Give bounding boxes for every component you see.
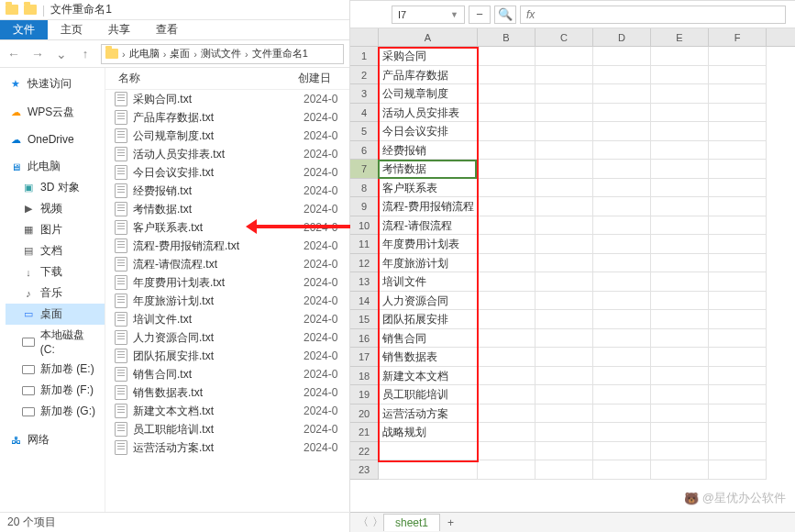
cell[interactable]: [593, 385, 651, 405]
cell[interactable]: [536, 423, 593, 442]
sidebar-desktop[interactable]: ▭桌面: [6, 304, 105, 325]
cell[interactable]: [709, 423, 767, 442]
cell[interactable]: 运营活动方案: [379, 405, 478, 424]
cell[interactable]: [593, 310, 651, 329]
row-header[interactable]: 2: [350, 66, 379, 85]
column-name[interactable]: 名称: [105, 71, 298, 86]
row-header[interactable]: 8: [350, 179, 379, 198]
tab-nav-next[interactable]: 〉: [369, 515, 383, 530]
row-header[interactable]: 5: [350, 122, 379, 141]
zoom-out-button[interactable]: −: [469, 6, 491, 24]
cell[interactable]: [478, 141, 536, 161]
add-sheet-button[interactable]: +: [440, 516, 455, 529]
cell[interactable]: [651, 423, 709, 442]
cell[interactable]: [593, 423, 651, 442]
cell[interactable]: 年度费用计划表: [379, 235, 478, 254]
cell[interactable]: [478, 405, 536, 424]
cell[interactable]: [536, 367, 593, 386]
sidebar-music[interactable]: ♪音乐: [6, 283, 105, 304]
tab-share[interactable]: 共享: [95, 20, 143, 39]
sidebar-downloads[interactable]: ↓下载: [6, 261, 105, 283]
file-row[interactable]: 年度费用计划表.txt2024-0: [105, 273, 349, 292]
cell[interactable]: 考情数据: [379, 160, 478, 179]
cell[interactable]: [478, 272, 536, 292]
cell[interactable]: [709, 292, 767, 311]
cell[interactable]: [709, 329, 767, 349]
row-header[interactable]: 15: [350, 310, 379, 329]
zoom-button[interactable]: 🔍: [494, 6, 516, 24]
cell[interactable]: [651, 84, 709, 104]
cell[interactable]: 销售合同: [379, 329, 478, 349]
cell[interactable]: [709, 160, 767, 179]
forward-button[interactable]: →: [29, 47, 46, 61]
file-row[interactable]: 销售合同.txt2024-0: [105, 365, 349, 383]
cell[interactable]: [478, 66, 536, 85]
cell[interactable]: [593, 160, 651, 179]
cell[interactable]: [536, 197, 593, 216]
cell[interactable]: [379, 442, 478, 461]
row-header[interactable]: 21: [350, 423, 379, 442]
row-header[interactable]: 10: [350, 216, 379, 236]
cell[interactable]: [478, 423, 536, 442]
cell[interactable]: [593, 66, 651, 85]
up-button[interactable]: ↑: [77, 47, 94, 61]
cell[interactable]: 经费报销: [379, 141, 478, 161]
cell[interactable]: [593, 197, 651, 216]
col-header[interactable]: A: [379, 28, 478, 46]
cell[interactable]: [709, 405, 767, 424]
cell[interactable]: [593, 254, 651, 273]
cell[interactable]: [651, 141, 709, 161]
sidebar-this-pc[interactable]: 🖥此电脑: [6, 156, 105, 177]
cell[interactable]: [593, 348, 651, 367]
cell[interactable]: [536, 216, 593, 236]
sidebar-3d[interactable]: ▣3D 对象: [6, 177, 105, 198]
row-header[interactable]: 20: [350, 405, 379, 424]
cell[interactable]: [478, 104, 536, 123]
cell[interactable]: [536, 179, 593, 198]
col-header[interactable]: C: [536, 28, 593, 46]
cell[interactable]: [536, 405, 593, 424]
column-date[interactable]: 创建日: [298, 71, 349, 86]
cell[interactable]: 新建文本文档: [379, 367, 478, 386]
sidebar-disk-c[interactable]: 本地磁盘 (C:: [6, 325, 105, 359]
cell[interactable]: [478, 84, 536, 104]
cell[interactable]: [593, 367, 651, 386]
file-row[interactable]: 销售数据表.txt2024-0: [105, 383, 349, 402]
cell[interactable]: [651, 104, 709, 123]
select-all-corner[interactable]: [350, 28, 379, 46]
cell[interactable]: [593, 460, 651, 480]
cell[interactable]: [593, 47, 651, 66]
cell[interactable]: [709, 460, 767, 480]
cell[interactable]: [478, 254, 536, 273]
cell[interactable]: 销售数据表: [379, 348, 478, 367]
cell[interactable]: [709, 216, 767, 236]
cell[interactable]: 流程-费用报销流程: [379, 197, 478, 216]
file-row[interactable]: 采购合同.txt2024-0: [105, 90, 349, 108]
file-row[interactable]: 产品库存数据.txt2024-0: [105, 108, 349, 127]
cell[interactable]: 战略规划: [379, 423, 478, 442]
cell[interactable]: 采购合同: [379, 47, 478, 66]
file-row[interactable]: 经费报销.txt2024-0: [105, 182, 349, 200]
row-header[interactable]: 1: [350, 47, 379, 66]
col-header[interactable]: E: [651, 28, 709, 46]
dropdown-history[interactable]: ⌄: [53, 47, 70, 61]
file-row[interactable]: 活动人员安排表.txt2024-0: [105, 145, 349, 163]
cell[interactable]: 活动人员安排表: [379, 104, 478, 123]
cell[interactable]: [709, 348, 767, 367]
cell[interactable]: [651, 367, 709, 386]
cell[interactable]: [379, 460, 478, 480]
cell[interactable]: [536, 385, 593, 405]
cell[interactable]: 流程-请假流程: [379, 216, 478, 236]
cell[interactable]: [709, 367, 767, 386]
cell[interactable]: [593, 104, 651, 123]
row-header[interactable]: 17: [350, 348, 379, 367]
cell[interactable]: [593, 442, 651, 461]
cell[interactable]: [593, 141, 651, 161]
name-box[interactable]: I7▼: [392, 6, 465, 24]
sidebar-disk-f[interactable]: 新加卷 (F:): [6, 380, 105, 401]
row-header[interactable]: 6: [350, 141, 379, 161]
cell[interactable]: [593, 216, 651, 236]
cell[interactable]: 今日会议安排: [379, 122, 478, 141]
breadcrumb-part[interactable]: 测试文件: [201, 47, 241, 61]
cell[interactable]: [709, 122, 767, 141]
